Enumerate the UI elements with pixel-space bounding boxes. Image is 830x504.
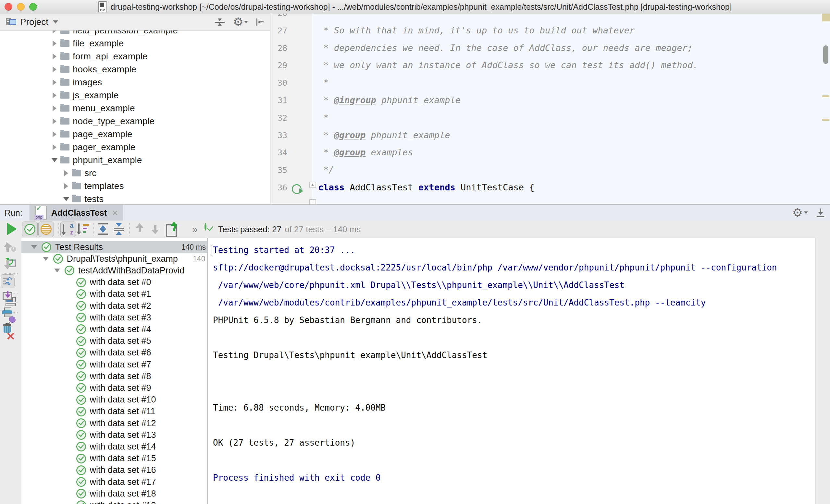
export-test-results-button[interactable] [164, 222, 179, 236]
test-tree-row[interactable]: testAddWithBadDataProvid0 ms [22, 265, 207, 276]
soft-wrap-toggle[interactable]: ↶↷ [0, 274, 14, 288]
test-tree-row[interactable]: with data set #20 ms [22, 300, 207, 312]
test-tree-row[interactable]: with data set #00 ms [22, 277, 207, 288]
tree-item-label: images [73, 77, 102, 88]
minimize-window-button[interactable] [17, 3, 25, 11]
test-tree-row[interactable]: Test Results140 ms [22, 241, 207, 253]
up-stack-trace-button[interactable] [0, 243, 14, 254]
test-tree-row[interactable]: with data set #100 ms [22, 394, 207, 406]
project-settings-button[interactable]: ⚙ [233, 17, 248, 27]
code-editor[interactable]: 2627282930313233343536 ▲ − * So with tha… [270, 13, 830, 205]
test-name: testAddWithBadDataProvid [78, 266, 207, 276]
expand-arrow-icon[interactable] [49, 31, 60, 33]
zoom-window-button[interactable] [29, 3, 37, 11]
expand-arrow-icon[interactable] [49, 54, 60, 59]
show-ignored-toggle[interactable] [38, 222, 54, 237]
expand-arrow-icon[interactable] [49, 158, 60, 162]
run-tab-addclasstest[interactable]: ✓ php AddClassTest × [30, 205, 123, 221]
test-tree-row[interactable]: with data set #80 ms [22, 370, 207, 382]
expand-all-button[interactable] [95, 222, 110, 236]
folder-icon [60, 66, 69, 73]
project-tree-item-images[interactable]: images [0, 76, 270, 89]
clear-all-button[interactable] [0, 324, 14, 333]
test-tree-row[interactable]: with data set #90 ms [22, 382, 207, 394]
print-button[interactable] [0, 307, 14, 316]
scroll-to-end-button[interactable] [0, 291, 14, 300]
rerun-button[interactable] [4, 222, 20, 236]
run-settings-button[interactable]: ⚙ [792, 208, 808, 217]
previous-occurrence-button[interactable] [132, 222, 147, 236]
project-tree-item-templates[interactable]: templates [0, 180, 270, 193]
sort-alphabetically-toggle[interactable]: az [60, 222, 76, 237]
project-tree-item-js_example[interactable]: js_example [0, 89, 270, 102]
expand-arrow-icon[interactable] [27, 245, 41, 249]
test-tree-row[interactable]: with data set #40 ms [22, 323, 207, 335]
project-panel-title[interactable]: Project [20, 17, 49, 27]
project-tree-item-src[interactable]: src [0, 167, 270, 180]
tree-item-label: src [85, 168, 96, 178]
next-occurrence-button[interactable] [148, 222, 163, 236]
project-tree-item-pager_example[interactable]: pager_example [0, 141, 270, 154]
expand-arrow-icon[interactable] [49, 105, 60, 111]
console-line: OK (27 tests, 27 assertions) [213, 434, 355, 451]
scrollbar-warning-mark[interactable] [822, 95, 829, 97]
collapse-all-button[interactable] [111, 222, 126, 236]
expand-arrow-icon[interactable] [49, 79, 60, 85]
show-passed-toggle[interactable] [22, 222, 38, 237]
expand-arrow-icon[interactable] [49, 93, 60, 98]
editor-scrollbar[interactable] [823, 45, 828, 64]
test-tree-row[interactable]: with data set #160 ms [22, 464, 207, 476]
down-stack-trace-button[interactable] [0, 259, 14, 269]
project-tree-item-hooks_example[interactable]: hooks_example [0, 63, 270, 76]
expand-arrow-icon[interactable] [49, 144, 60, 150]
test-tree-row[interactable]: with data set #130 ms [22, 429, 207, 441]
test-tree-row[interactable]: with data set #140 ms [22, 441, 207, 452]
test-tree-row[interactable]: with data set #30 ms [22, 312, 207, 323]
expand-arrow-icon[interactable] [49, 40, 60, 46]
project-tree-item-tests[interactable]: tests [0, 193, 270, 204]
test-tree-row[interactable]: with data set #120 ms [22, 417, 207, 429]
more-actions-chevrons[interactable]: » [192, 224, 198, 235]
project-tree-item-form_api_example[interactable]: form_api_example [0, 50, 270, 63]
hide-panel-icon[interactable] [256, 18, 265, 26]
inspection-status-square[interactable] [822, 13, 830, 22]
close-window-button[interactable] [4, 3, 12, 11]
console-toolbar [816, 238, 830, 504]
test-tree-row[interactable]: with data set #150 ms [22, 453, 207, 464]
run-test-gutter-icon[interactable] [292, 184, 301, 194]
expand-arrow-icon[interactable] [49, 119, 60, 124]
expand-arrow-icon[interactable] [60, 170, 72, 176]
project-tree-item-phpunit_example[interactable]: phpunit_example [0, 154, 270, 167]
test-tree-row[interactable]: Drupal\Tests\phpunit_examp140 ms [22, 253, 207, 265]
project-tree-item-file_example[interactable]: file_example [0, 37, 270, 50]
expand-arrow-icon[interactable] [50, 269, 65, 272]
test-tree-row[interactable]: with data set #60 ms [22, 347, 207, 359]
chevron-down-icon[interactable] [53, 21, 58, 24]
project-tree-item-node_type_example[interactable]: node_type_example [0, 115, 270, 128]
expand-arrow-icon[interactable] [38, 257, 53, 261]
close-tab-icon[interactable]: × [112, 207, 118, 218]
project-tree-item-field_permission_example[interactable]: field_permission_example [0, 31, 270, 37]
test-tree-row[interactable]: with data set #180 ms [22, 488, 207, 500]
test-console-output[interactable]: Testing started at 20:37 ...sftp://docke… [207, 238, 816, 504]
expand-arrow-icon[interactable] [60, 183, 72, 189]
expand-arrow-icon[interactable] [49, 131, 60, 137]
test-tree-row[interactable]: with data set #50 ms [22, 335, 207, 347]
test-tree-row[interactable]: with data set #110 ms [22, 406, 207, 417]
line-number: 30 [270, 78, 287, 88]
scrollbar-warning-mark[interactable] [822, 119, 829, 121]
expand-arrow-icon[interactable] [49, 66, 60, 72]
test-tree-row[interactable]: with data set #190 ms [22, 500, 207, 504]
chevron-down-icon [804, 211, 808, 214]
test-tree-row[interactable]: with data set #10 ms [22, 288, 207, 300]
expand-arrow-icon[interactable] [60, 197, 72, 201]
test-tree-row[interactable]: with data set #170 ms [22, 476, 207, 488]
project-tree-item-page_example[interactable]: page_example [0, 128, 270, 141]
collapse-all-icon[interactable] [215, 17, 225, 27]
project-tool-icon [6, 18, 15, 27]
test-tree-row[interactable]: with data set #70 ms [22, 359, 207, 370]
hide-run-panel-icon[interactable] [816, 208, 826, 217]
project-tree-item-menu_example[interactable]: menu_example [0, 102, 270, 115]
fold-marker-icon[interactable]: ▲ [309, 181, 316, 188]
sort-by-duration-button[interactable] [76, 222, 92, 236]
